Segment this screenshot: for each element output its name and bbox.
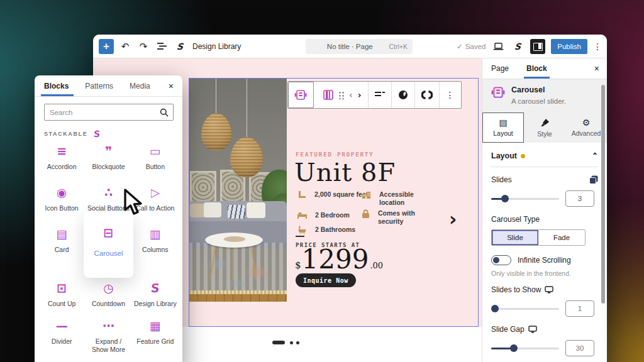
drag-handle-icon[interactable] (338, 91, 344, 99)
stackable-section: STACKABLE S (44, 129, 182, 139)
list-view-button[interactable] (155, 40, 169, 53)
block-card-text: Carousel A carousel slider. (511, 85, 566, 105)
social-buttons-icon: ∴ (104, 186, 113, 199)
preview-button[interactable] (491, 40, 505, 53)
columns-variant-icon[interactable] (323, 90, 333, 100)
search-input[interactable] (45, 104, 173, 120)
tab-patterns[interactable]: Patterns (85, 75, 113, 97)
design-library-button[interactable]: Design Library (192, 42, 241, 51)
block-item-divider[interactable]: — Divider (38, 315, 85, 358)
price-cents: .00 (370, 261, 383, 270)
block-item-partial[interactable]: ▣ (132, 358, 179, 362)
move-right-icon[interactable]: › (358, 90, 362, 100)
document-command-bar[interactable]: No title · Page Ctrl+K (306, 39, 413, 54)
carousel-dot[interactable] (296, 341, 299, 344)
carousel-parent-button[interactable] (288, 82, 314, 108)
block-label: Accordion (47, 163, 77, 171)
block-label: Icon Button (45, 204, 79, 212)
block-item-countdown[interactable]: ◷ Countdown (85, 278, 131, 315)
price-amount: 1299 (302, 246, 369, 273)
laptop-icon (493, 43, 504, 50)
inquire-now-button[interactable]: Inquire Now (296, 273, 356, 287)
display-icon[interactable] (545, 286, 553, 293)
slide-title[interactable]: Unit 8F (294, 158, 396, 187)
slides-to-show-slider[interactable] (491, 304, 559, 313)
dynamic-content-button[interactable] (415, 82, 440, 108)
search-icon (160, 108, 169, 117)
carousel-type-label: Carousel Type (491, 215, 540, 224)
inserter-toggle-button[interactable]: + (99, 39, 114, 54)
blocks-grid: ≡ Accordion ❞ Blockquote ▭ Button ◉ Icon… (38, 141, 179, 362)
chevron-up-icon: ⌃ (592, 151, 598, 160)
block-item-expand-show-more[interactable]: ⋯ Expand / Show More (85, 315, 131, 358)
slide-gap-slider[interactable] (491, 344, 559, 353)
redo-icon: ↷ (140, 41, 148, 52)
stackable-logo[interactable]: S (173, 40, 187, 53)
dynamic-icon[interactable] (589, 175, 598, 184)
block-item-button[interactable]: ▭ Button (132, 141, 179, 182)
tab-block[interactable]: Block (518, 58, 556, 79)
sidebar-scrollbar[interactable] (601, 85, 605, 304)
kebab-icon: ⋮ (446, 90, 455, 100)
block-item-count-up[interactable]: ⊡ Count Up (38, 278, 85, 315)
slides-value-input[interactable] (565, 190, 594, 207)
block-label: Count Up (48, 300, 75, 308)
block-item-feature-grid[interactable]: ▦ Feature Grid (132, 315, 179, 358)
inserter-tabs: Blocks Patterns Media × (35, 75, 182, 97)
publish-button[interactable]: Publish (551, 39, 587, 54)
settings-sidebar-toggle[interactable] (530, 39, 545, 54)
block-options-button[interactable]: ⋮ (440, 82, 461, 108)
display-icon[interactable] (528, 326, 537, 333)
block-item-partial[interactable]: ▧ (38, 358, 85, 362)
redo-button[interactable]: ↷ (136, 40, 150, 53)
tab-page[interactable]: Page (482, 58, 518, 79)
alignment-button[interactable] (369, 82, 392, 108)
feature-item[interactable]: 2,000 square feet (297, 190, 369, 199)
carousel-dot[interactable] (290, 341, 293, 344)
feature-text: Comes with security (378, 209, 428, 226)
feature-item[interactable]: Comes with security (362, 209, 428, 226)
carousel-type-slide-option[interactable]: Slide (492, 230, 538, 245)
saved-status[interactable]: ✓ Saved (457, 42, 486, 51)
feature-item[interactable]: Accessible location (362, 190, 430, 207)
carousel-slide-photo[interactable] (189, 78, 287, 302)
options-menu-button[interactable]: ⋮ (593, 41, 602, 52)
topbar-right-group: ✓ Saved S Publish ⋮ (457, 35, 602, 58)
block-item-design-library[interactable]: S Design Library (132, 278, 179, 315)
block-item-columns[interactable]: ▥ Columns (132, 224, 179, 264)
carousel-type-fade-option[interactable]: Fade (538, 230, 585, 245)
tab-blocks[interactable]: Blocks (44, 75, 69, 97)
tab-layout[interactable]: ▤ Layout (482, 112, 524, 143)
carousel-dot-active[interactable] (272, 341, 285, 344)
block-item-carousel[interactable]: ⊟ Carousel (84, 212, 133, 278)
tab-media[interactable]: Media (130, 75, 150, 97)
block-item-partial[interactable]: H (85, 358, 131, 362)
slide-gap-input[interactable] (565, 340, 594, 356)
undo-icon: ↶ (121, 41, 130, 52)
layout-panel-header[interactable]: Layout ⌃ (491, 149, 598, 167)
pendant-lamp (201, 113, 231, 151)
infinite-scrolling-toggle[interactable] (491, 255, 511, 265)
featured-property-label[interactable]: FEATURED PROPERTY (296, 151, 374, 158)
block-item-accordion[interactable]: ≡ Accordion (38, 141, 85, 182)
block-item-blockquote[interactable]: ❞ Blockquote (85, 141, 131, 182)
slides-to-show-input[interactable] (565, 300, 594, 317)
accordion-icon: ≡ (57, 145, 67, 157)
carousel-type-label-row: Carousel Type (491, 215, 598, 224)
slides-slider[interactable] (491, 194, 559, 203)
move-left-icon[interactable]: ‹ (349, 90, 353, 100)
style-swirl-button[interactable] (392, 82, 415, 108)
block-label: Design Library (134, 300, 177, 308)
block-item-card[interactable]: ▤ Card (38, 224, 85, 264)
stackable-settings-button[interactable]: S (511, 40, 525, 53)
undo-button[interactable]: ↶ (118, 40, 132, 53)
close-inserter-button[interactable]: × (169, 81, 174, 91)
close-sidebar-button[interactable]: × (594, 63, 599, 74)
price[interactable]: $ 1299 .00 (295, 246, 383, 273)
tab-style[interactable]: Style (524, 112, 565, 143)
block-item-icon-button[interactable]: ◉ Icon Button (38, 182, 85, 224)
feature-item[interactable]: 2 Bedroom (297, 211, 369, 219)
check-icon: ✓ (457, 42, 463, 51)
feature-item[interactable]: 2 Bathrooms (297, 226, 369, 234)
carousel-next-arrow[interactable]: › (449, 208, 457, 230)
